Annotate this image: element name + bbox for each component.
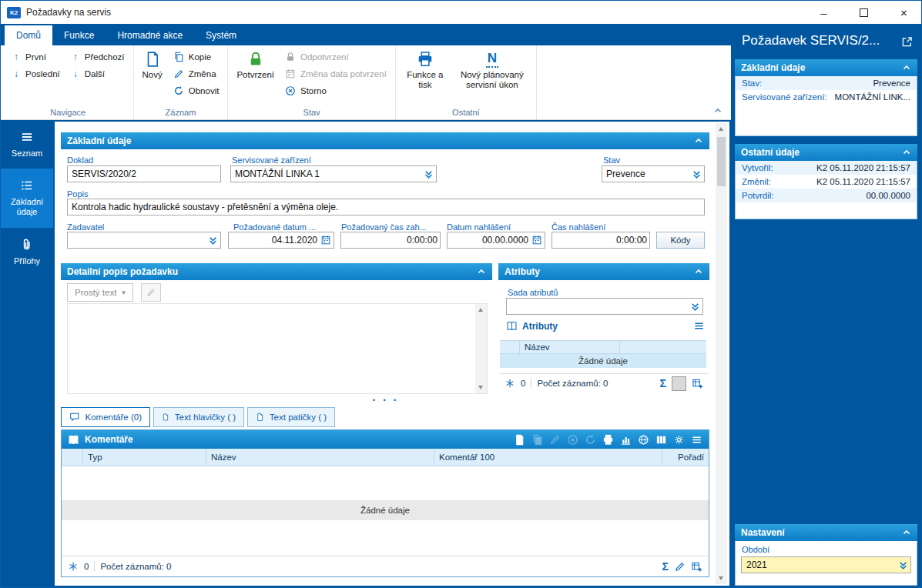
toolbar-gray-button[interactable] (672, 376, 686, 391)
tab-komentare[interactable]: Komentáře (0) (61, 407, 150, 427)
sada-atributu-combo[interactable] (506, 298, 703, 315)
komentare-grid-body[interactable]: Žádné údaje (62, 466, 709, 556)
edit-text-button[interactable] (141, 283, 161, 302)
main-scrollbar[interactable] (716, 123, 727, 584)
pencil-icon[interactable] (674, 561, 686, 573)
dropdown-icon (692, 169, 702, 179)
confirm-button[interactable]: Potvrzení (232, 47, 279, 80)
globe-icon[interactable] (638, 434, 649, 446)
menu-icon[interactable] (693, 320, 705, 332)
pozadovane-datum-field[interactable]: 04.11.2020 (228, 232, 334, 249)
previous-label: Předchozí (85, 52, 125, 62)
sum-icon[interactable]: Σ (660, 377, 666, 389)
column-nazev[interactable]: Název (206, 449, 434, 466)
doklad-label: Doklad (67, 155, 93, 165)
refresh-button[interactable]: Obnovit (169, 83, 224, 99)
new-button[interactable]: Nový (138, 47, 167, 80)
form-list-icon (20, 179, 34, 192)
close-button[interactable]: × (887, 2, 921, 24)
ribbon-tab-hromadne-akce[interactable]: Hromadné akce (106, 25, 194, 45)
freeze-snowflake-icon[interactable] (68, 561, 79, 572)
change-confirm-date-button[interactable]: Změna data potvrzení (280, 66, 391, 82)
scroll-down-icon[interactable] (716, 573, 727, 584)
ribbon-tab-domu[interactable]: Domů (5, 25, 52, 45)
edit-icon (173, 68, 184, 79)
ribbon-collapse-icon[interactable] (712, 106, 723, 115)
first-button[interactable]: ↑První (7, 49, 65, 65)
datum-nahlaseni-field[interactable]: 00.00.0000 (447, 232, 545, 249)
collapse-chevron-icon[interactable] (902, 528, 911, 537)
collapse-chevron-icon[interactable] (902, 148, 911, 157)
scroll-up-icon[interactable] (475, 304, 487, 316)
cas-zahajeni-label: Požadovaný čas zah... (341, 222, 427, 232)
sidebar-item-seznam[interactable]: Seznam (1, 120, 53, 169)
splitter-handle[interactable]: • • • (309, 396, 463, 404)
collapse-chevron-icon[interactable] (902, 63, 911, 72)
maximize-button[interactable] (847, 2, 881, 24)
table-add-icon[interactable] (692, 378, 703, 389)
document-icon (256, 412, 264, 423)
sidebar-label-prilohy: Přílohy (14, 256, 40, 266)
change-button[interactable]: Změna (169, 66, 224, 82)
calendar-icon (285, 68, 296, 79)
collapse-chevron-icon[interactable] (694, 136, 703, 145)
zarizeni-combo[interactable]: MONTÁŽNÍ LINKA 1 (230, 165, 437, 182)
panel-title: Požadavek SERVIS/2... (742, 33, 895, 48)
stav-combo[interactable]: Prevence (602, 165, 705, 182)
zadavatel-combo[interactable] (67, 232, 221, 249)
window-title: Požadavky na servis (26, 7, 801, 18)
obdobi-combo[interactable]: 2021 (741, 556, 911, 573)
cancel-record-button[interactable]: Storno (280, 83, 391, 99)
column-komentar[interactable]: Komentář 100 (434, 449, 662, 466)
last-button[interactable]: ↓Poslední (7, 66, 65, 82)
editor-scrollbar[interactable] (475, 304, 487, 393)
column-poradi[interactable]: Pořadí (662, 449, 709, 466)
table-add-icon[interactable] (691, 561, 702, 573)
scrollbar-thumb[interactable] (717, 137, 726, 186)
previous-button[interactable]: ↑Předchozí (66, 49, 129, 65)
datum-label: Požadované datum ... (233, 222, 316, 232)
sidebar-item-zakladni-udaje[interactable]: Základní údaje (1, 169, 53, 227)
columns-icon[interactable] (655, 434, 667, 446)
column-nazev[interactable]: Název (520, 341, 620, 353)
freeze-snowflake-icon[interactable] (505, 378, 515, 389)
ribbon-group-navigace: ↑První ↓Poslední ↑Předchozí ↓Další Navig… (3, 45, 134, 119)
sum-icon[interactable]: Σ (662, 560, 669, 573)
minimize-button[interactable]: – (806, 2, 841, 24)
menu-icon[interactable] (691, 434, 702, 446)
collapse-chevron-icon[interactable] (477, 267, 486, 276)
pozadovany-cas-field[interactable]: 0:00:00 (340, 232, 441, 249)
kody-button[interactable]: Kódy (656, 232, 705, 249)
next-button[interactable]: ↓Další (66, 66, 129, 82)
new-record-icon[interactable] (514, 434, 525, 446)
minimize-icon: – (820, 6, 826, 19)
print-icon[interactable] (602, 434, 614, 446)
unconfirm-button[interactable]: Odpotvrzení (280, 49, 391, 65)
column-typ[interactable]: Typ (83, 449, 206, 466)
prosty-text-tab[interactable]: Prostý text ▾ (67, 283, 133, 302)
chart-icon[interactable] (620, 434, 632, 446)
lock-icon (285, 52, 296, 62)
popis-input[interactable] (67, 199, 705, 215)
scroll-down-icon[interactable] (475, 382, 487, 393)
document-icon (162, 412, 169, 423)
cas-nahlaseni-field[interactable]: 0:00:00 (552, 232, 650, 249)
detail-text-area[interactable] (67, 303, 488, 394)
open-in-window-icon[interactable] (901, 36, 913, 48)
ribbon-tab-system[interactable]: Systém (194, 25, 248, 45)
sidebar-item-prilohy[interactable]: Přílohy (1, 228, 53, 276)
atributy-grid-toolbar: Atributy (506, 320, 705, 332)
komentare-grid: Komentáře (61, 429, 709, 577)
copy-button[interactable]: Kopie (169, 49, 224, 65)
doklad-input[interactable] (67, 165, 221, 182)
ribbon-tab-funkce[interactable]: Funkce (52, 25, 106, 45)
settings-gear-icon[interactable] (673, 434, 685, 446)
tab-text-paticky[interactable]: Text patičky ( ) (247, 407, 335, 427)
collapse-chevron-icon[interactable] (694, 267, 703, 276)
functions-print-button[interactable]: Funkce a tisk (400, 47, 451, 90)
scroll-up-icon[interactable] (716, 123, 727, 135)
next-label: Další (85, 69, 105, 79)
tab-text-hlavicky[interactable]: Text hlavičky ( ) (153, 407, 244, 427)
new-planned-service-task-button[interactable]: N Nový plánovaný servisní úkon (452, 47, 532, 90)
komentare-record-count: Počet záznamů: 0 (100, 562, 171, 571)
